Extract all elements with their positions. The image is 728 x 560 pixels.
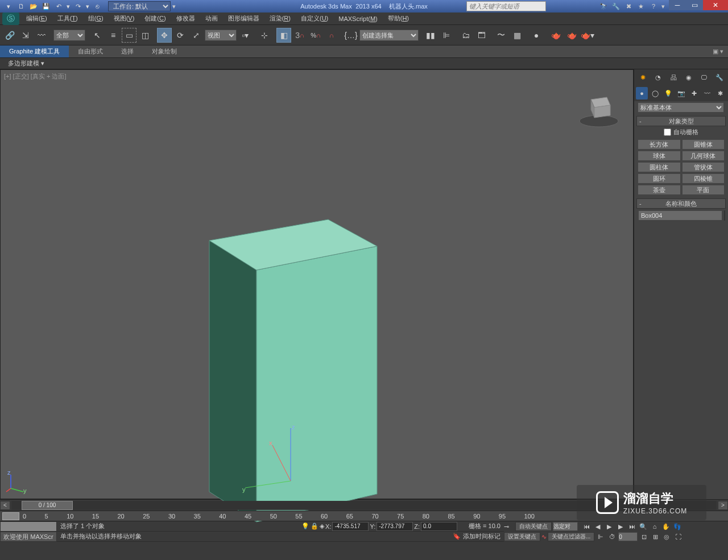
- nav-orbit-icon[interactable]: ◎: [661, 532, 672, 541]
- curve-editor-icon[interactable]: 〜: [494, 28, 508, 43]
- mirror-icon[interactable]: ▮▮: [423, 28, 438, 43]
- geom-icon[interactable]: ●: [636, 87, 648, 99]
- search-input[interactable]: [466, 1, 546, 11]
- undo-dd-icon[interactable]: ▾: [66, 1, 71, 11]
- time-config-icon[interactable]: ⏱: [607, 532, 617, 541]
- key-icon[interactable]: ⊸: [504, 523, 514, 530]
- layer-icon[interactable]: 🗂: [458, 28, 473, 43]
- exchange-icon[interactable]: ✖: [623, 1, 634, 11]
- menu-grapheditors[interactable]: 图形编辑器: [224, 13, 264, 24]
- nav-zoom-extents-icon[interactable]: ⊞: [650, 532, 660, 541]
- window-crossing-icon[interactable]: ◫: [138, 28, 152, 43]
- tab-motion-icon[interactable]: ◉: [682, 71, 695, 84]
- btn-cone[interactable]: 圆锥体: [682, 139, 725, 150]
- app-menu-icon[interactable]: ▾: [3, 1, 14, 11]
- minimize-button[interactable]: ─: [669, 0, 686, 10]
- isolate-icon[interactable]: ◈: [320, 522, 324, 530]
- key-filters-button[interactable]: 关键点过滤器...: [548, 532, 594, 541]
- percent-snap-icon[interactable]: %∩: [308, 28, 323, 43]
- render-setup-icon[interactable]: 🫖: [548, 28, 563, 43]
- menu-create[interactable]: 创建(C): [140, 13, 170, 24]
- cameras-icon[interactable]: 📷: [675, 87, 687, 99]
- snap-toggle-icon[interactable]: ◧: [276, 28, 291, 43]
- bind-spacewarp-icon[interactable]: 〰: [34, 28, 49, 43]
- time-slider-handle[interactable]: 0 / 100: [22, 501, 73, 510]
- material-editor-icon[interactable]: ●: [529, 28, 544, 43]
- ribbon-tab-paint[interactable]: 对象绘制: [143, 45, 186, 57]
- lights-icon[interactable]: 💡: [662, 87, 674, 99]
- mini-listener[interactable]: [0, 521, 57, 532]
- tab-modify-icon[interactable]: ◔: [652, 71, 664, 84]
- y-coord-input[interactable]: [377, 522, 413, 531]
- spinner-snap-icon[interactable]: ∩: [324, 28, 339, 43]
- ribbon-tab-graphite[interactable]: Graphite 建模工具: [0, 45, 69, 57]
- subribbon-polymodel[interactable]: 多边形建模 ▾: [5, 58, 48, 69]
- selected-field[interactable]: [553, 522, 578, 531]
- menu-animation[interactable]: 动画: [201, 13, 222, 24]
- explorer-icon[interactable]: 🗔: [474, 28, 489, 43]
- next-frame-icon[interactable]: ▶: [615, 522, 626, 531]
- app-icon[interactable]: Ⓢ: [2, 13, 19, 25]
- tab-display-icon[interactable]: 🖵: [698, 71, 710, 84]
- menu-rendering[interactable]: 渲染(R): [265, 13, 295, 24]
- btn-teapot[interactable]: 茶壶: [638, 185, 681, 195]
- btn-sphere[interactable]: 球体: [638, 151, 681, 161]
- z-coord-input[interactable]: [421, 522, 457, 531]
- nav-pan-icon[interactable]: ✋: [661, 522, 671, 531]
- align-icon[interactable]: ⊫: [439, 28, 454, 43]
- object-name-input[interactable]: [638, 210, 722, 221]
- btn-box[interactable]: 长方体: [638, 139, 681, 150]
- viewport[interactable]: [+] [正交] [真实 + 边面] z x y: [0, 69, 634, 499]
- menu-edit[interactable]: 编辑(E): [22, 13, 52, 24]
- select-scale-icon[interactable]: ⤢: [189, 28, 204, 43]
- btn-plane[interactable]: 平面: [682, 185, 725, 195]
- menu-customize[interactable]: 自定义(U): [296, 13, 333, 24]
- workspace-dd-icon[interactable]: ▾: [171, 3, 177, 10]
- star-icon[interactable]: ★: [636, 1, 646, 11]
- tab-hierarchy-icon[interactable]: 品: [667, 71, 680, 84]
- maximize-button[interactable]: ▭: [686, 0, 703, 10]
- goto-end-icon[interactable]: ⏭: [627, 522, 637, 531]
- lock-icon[interactable]: 💡: [301, 522, 309, 530]
- nav-zoom-icon[interactable]: 🔍: [638, 522, 648, 531]
- slider-left-button[interactable]: <: [0, 501, 10, 510]
- shapes-icon[interactable]: ◯: [649, 87, 661, 99]
- ref-coord-select[interactable]: 视图: [205, 30, 237, 41]
- select-rect-icon[interactable]: ▭: [122, 28, 136, 43]
- autokey-button[interactable]: 自动关键点: [515, 522, 552, 531]
- menu-maxscript[interactable]: MAXScript(M): [334, 14, 382, 23]
- rollout-name-color[interactable]: 名称和颜色: [636, 198, 726, 209]
- menu-views[interactable]: 视图(V): [109, 13, 139, 24]
- helpers-icon[interactable]: ✚: [688, 87, 700, 99]
- ribbon-tab-selection[interactable]: 选择: [112, 45, 143, 57]
- key-mode-icon[interactable]: ∿: [541, 533, 547, 541]
- manipulate-icon[interactable]: ⊹: [257, 28, 272, 43]
- current-frame-input[interactable]: [618, 532, 638, 541]
- select-name-icon[interactable]: ≡: [106, 28, 121, 43]
- track-key-icon[interactable]: [2, 512, 19, 520]
- workspace-select[interactable]: 工作台: 默认: [108, 1, 171, 11]
- btn-tube[interactable]: 管状体: [682, 162, 725, 172]
- x-coord-input[interactable]: [332, 522, 369, 531]
- pivot-icon[interactable]: ▫▾: [238, 28, 253, 43]
- menu-modifiers[interactable]: 修改器: [172, 13, 200, 24]
- selection-filter-select[interactable]: 全部: [53, 30, 85, 41]
- help-icon[interactable]: ?: [648, 1, 659, 11]
- menu-tools[interactable]: 工具(T): [53, 13, 82, 24]
- help-dd-icon[interactable]: ▾: [661, 1, 665, 11]
- binoculars-icon[interactable]: 🔭: [598, 1, 609, 11]
- angle-snap-icon[interactable]: 3∩: [292, 28, 307, 43]
- slider-right-button[interactable]: >: [718, 501, 728, 510]
- named-sel-select[interactable]: 创建选择集: [359, 30, 419, 41]
- viewcube[interactable]: [576, 87, 622, 132]
- add-time-tag[interactable]: 添加时间标记: [463, 532, 500, 541]
- render-frame-icon[interactable]: 🫖: [564, 28, 579, 43]
- new-icon[interactable]: 🗋: [16, 1, 26, 11]
- setkey-button[interactable]: 设置关键点: [504, 532, 540, 541]
- object-color-swatch[interactable]: [724, 210, 725, 221]
- open-icon[interactable]: 📂: [28, 1, 39, 11]
- auto-grid-checkbox[interactable]: [664, 128, 671, 136]
- play-icon[interactable]: ▶: [604, 522, 614, 531]
- goto-start-icon[interactable]: ⏮: [581, 522, 592, 531]
- lock-selection-icon[interactable]: 🔒: [311, 522, 318, 530]
